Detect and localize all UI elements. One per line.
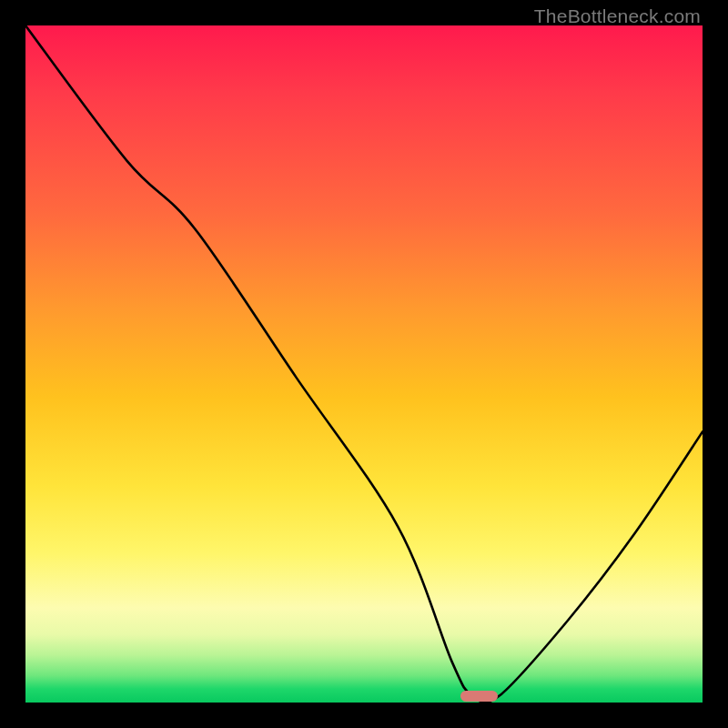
minimum-marker: [460, 691, 499, 702]
chart-frame: TheBottleneck.com: [0, 0, 728, 728]
chart-plot-area: [25, 25, 703, 703]
watermark-text: TheBottleneck.com: [534, 5, 701, 27]
chart-curve: [25, 25, 703, 703]
curve-path: [25, 25, 703, 703]
